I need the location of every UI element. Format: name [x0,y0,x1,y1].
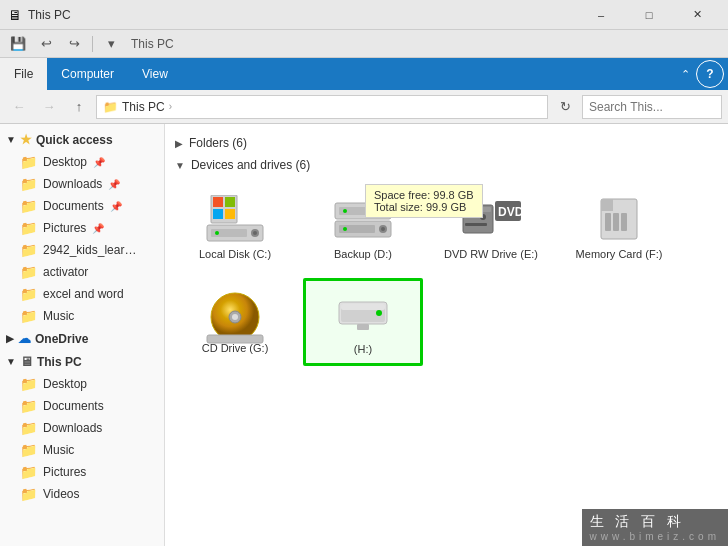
sidebar-item-pictures-quick[interactable]: 📁 Pictures 📌 [0,217,164,239]
watermark-line1: 生 活 百 科 [590,513,720,531]
back-button[interactable]: ← [6,94,32,120]
forward-button[interactable]: → [36,94,62,120]
save-button[interactable]: 💾 [6,32,30,56]
tab-view[interactable]: View [128,58,182,90]
folder-icon-videos-pc: 📁 [20,486,37,502]
onedrive-label: OneDrive [35,332,88,346]
svg-point-8 [253,231,257,235]
sidebar-item-kids[interactable]: 📁 2942_kids_learning_ [0,239,164,261]
folder-icon-downloads-pc: 📁 [20,420,37,436]
sidebar-label-documents-pc: Documents [43,399,104,413]
folder-icon-excel-word: 📁 [20,286,37,302]
drive-label-local-c: Local Disk (C:) [199,248,271,260]
svg-point-38 [376,310,382,316]
sidebar-item-videos-pc[interactable]: 📁 Videos [0,483,164,505]
folder-icon-downloads-quick: 📁 [20,176,37,192]
sidebar-label-downloads-quick: Downloads [43,177,102,191]
folders-toggle-icon: ▶ [175,138,183,149]
folder-icon-music-quick: 📁 [20,308,37,324]
sidebar-label-music-pc: Music [43,443,74,457]
svg-point-14 [343,209,347,213]
svg-rect-24 [465,223,487,226]
ribbon-expand-btn[interactable]: ⌃ [681,68,690,81]
sidebar-label-desktop-quick: Desktop [43,155,87,169]
address-bar: ← → ↑ 📁 This PC › ↻ 🔍 [0,90,728,124]
undo-button[interactable]: ↩ [34,32,58,56]
sidebar-item-downloads-quick[interactable]: 📁 Downloads 📌 [0,173,164,195]
close-button[interactable]: ✕ [674,0,720,30]
pin-icon-desktop: 📌 [93,157,105,168]
help-button[interactable]: ? [696,60,724,88]
sidebar-item-activator[interactable]: 📁 activator [0,261,164,283]
onedrive-header[interactable]: ▶ ☁ OneDrive [0,327,164,350]
drive-icon-memory-f [587,194,651,244]
sidebar-label-desktop-pc: Desktop [43,377,87,391]
maximize-button[interactable]: □ [626,0,672,30]
quick-access-header[interactable]: ▼ ★ Quick access [0,128,164,151]
window-controls: – □ ✕ [578,0,720,30]
drive-cd-g[interactable]: CD Drive (G:) [175,278,295,366]
sidebar-item-downloads-pc[interactable]: 📁 Downloads [0,417,164,439]
search-box[interactable]: 🔍 [582,95,722,119]
ribbon: File Computer View ⌃ ? [0,58,728,90]
drives-grid: Local Disk (C:) Space free: 99.8 GB Tota… [173,176,720,374]
sidebar: ▼ ★ Quick access 📁 Desktop 📌 📁 Downloads… [0,124,165,546]
svg-rect-4 [225,209,235,219]
sidebar-item-desktop-quick[interactable]: 📁 Desktop 📌 [0,151,164,173]
sidebar-item-excel-word[interactable]: 📁 excel and word [0,283,164,305]
app-icon: 🖥 [8,7,22,23]
sidebar-item-pictures-pc[interactable]: 📁 Pictures [0,461,164,483]
svg-rect-34 [207,335,263,343]
sidebar-item-desktop-pc[interactable]: 📁 Desktop [0,373,164,395]
folder-icon-documents-pc: 📁 [20,398,37,414]
refresh-button[interactable]: ↻ [552,94,578,120]
this-pc-header[interactable]: ▼ 🖥 This PC [0,350,164,373]
svg-point-18 [381,227,385,231]
folder-icon-documents-quick: 📁 [20,198,37,214]
minimize-button[interactable]: – [578,0,624,30]
svg-rect-28 [605,213,611,231]
sidebar-label-pictures-pc: Pictures [43,465,86,479]
svg-point-9 [215,231,219,235]
folders-section-header[interactable]: ▶ Folders (6) [173,132,720,154]
drive-icon-h [331,289,395,339]
drives-toggle-icon: ▼ [175,160,185,171]
this-pc-label: This PC [37,355,82,369]
folder-icon-desktop-quick: 📁 [20,154,37,170]
drive-local-c[interactable]: Local Disk (C:) [175,184,295,270]
svg-text:DVD: DVD [498,205,523,219]
sidebar-item-documents-quick[interactable]: 📁 Documents 📌 [0,195,164,217]
folder-icon-kids: 📁 [20,242,37,258]
sidebar-item-documents-pc[interactable]: 📁 Documents [0,395,164,417]
sidebar-item-music-quick[interactable]: 📁 Music [0,305,164,327]
sidebar-item-music-pc[interactable]: 📁 Music [0,439,164,461]
drive-label-backup-d: Backup (D:) [334,248,392,260]
sidebar-label-music-quick: Music [43,309,74,323]
pin-icon-pictures: 📌 [92,223,104,234]
onedrive-chevron: ▶ [6,333,14,344]
svg-rect-2 [225,197,235,207]
dropdown-button[interactable]: ▾ [99,32,123,56]
toolbar-separator [92,36,93,52]
toolbar-title: This PC [131,37,174,51]
drive-label-dvd-e: DVD RW Drive (E:) [444,248,538,260]
drives-section-title: Devices and drives (6) [191,158,310,172]
path-separator: › [169,101,172,112]
redo-button[interactable]: ↪ [62,32,86,56]
drive-backup-d[interactable]: Space free: 99.8 GB Total size: 99.9 GB [303,184,423,270]
sidebar-label-downloads-pc: Downloads [43,421,102,435]
content-area: ▶ Folders (6) ▼ Devices and drives (6) [165,124,728,546]
up-button[interactable]: ↑ [66,94,92,120]
sidebar-label-documents-quick: Documents [43,199,104,213]
window-title: This PC [28,8,578,22]
sidebar-label-videos-pc: Videos [43,487,79,501]
search-input[interactable] [589,100,728,114]
drive-h[interactable]: (H:) [303,278,423,366]
title-bar: 🖥 This PC – □ ✕ [0,0,728,30]
svg-point-19 [343,227,347,231]
address-path[interactable]: 📁 This PC › [96,95,548,119]
tab-computer[interactable]: Computer [47,58,128,90]
drives-section-header[interactable]: ▼ Devices and drives (6) [173,154,720,176]
drive-memory-f[interactable]: Memory Card (F:) [559,184,679,270]
tab-file[interactable]: File [0,58,47,90]
